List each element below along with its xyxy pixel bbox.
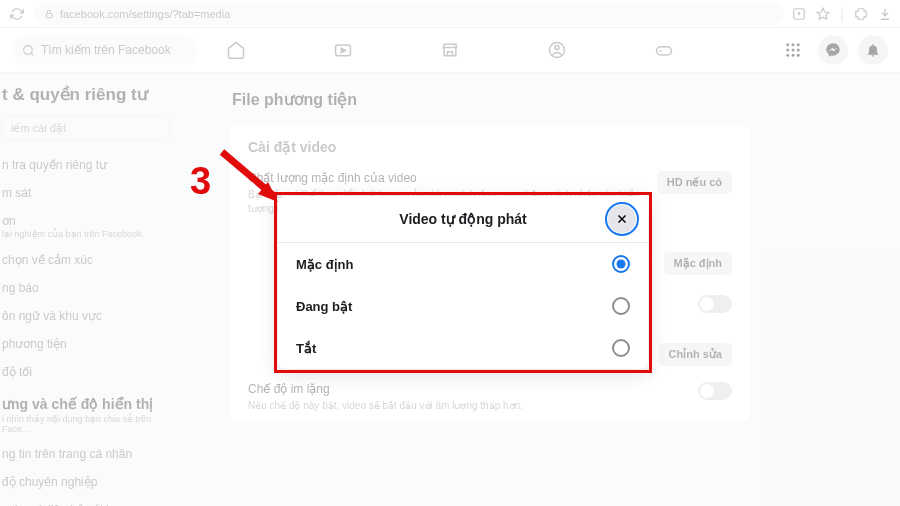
- radio-option-on[interactable]: Đang bật: [278, 285, 648, 327]
- option-label: Tắt: [296, 341, 316, 356]
- option-label: Đang bật: [296, 299, 352, 314]
- radio-icon: [612, 255, 630, 273]
- radio-option-off[interactable]: Tắt: [278, 327, 648, 369]
- close-icon: [615, 212, 629, 226]
- radio-icon: [612, 297, 630, 315]
- annotation-number: 3: [190, 160, 211, 203]
- close-button[interactable]: [608, 205, 636, 233]
- annotation-arrow: [216, 146, 296, 216]
- radio-option-default[interactable]: Mặc định: [278, 243, 648, 285]
- radio-icon: [612, 339, 630, 357]
- modal-title: Video tự động phát: [399, 211, 526, 227]
- option-label: Mặc định: [296, 257, 354, 272]
- modal-dialog: Video tự động phát Mặc định Đang bật Tắt: [278, 196, 648, 369]
- modal-header: Video tự động phát: [278, 196, 648, 243]
